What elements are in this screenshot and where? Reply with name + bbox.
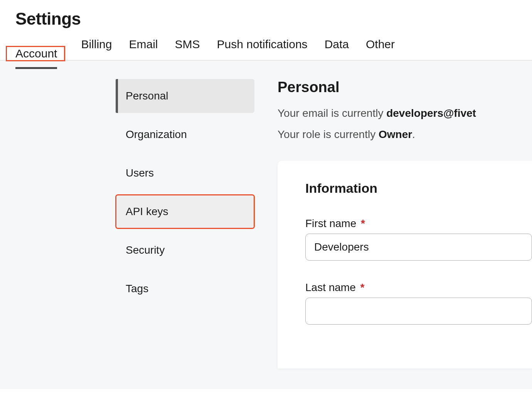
tab-push-notifications[interactable]: Push notifications <box>217 35 307 60</box>
email-line: Your email is currently developers@fivet <box>278 105 532 121</box>
role-line-suffix: . <box>412 128 415 140</box>
last-name-label-text: Last name <box>305 281 356 293</box>
tab-account-highlight: Account <box>7 47 64 60</box>
role-line: Your role is currently Owner. <box>278 126 532 143</box>
sidebar-item-organization[interactable]: Organization <box>116 118 254 152</box>
field-last-name: Last name * <box>305 281 532 325</box>
sidebar-item-api-keys[interactable]: API keys <box>116 195 254 229</box>
email-value: developers@fivet <box>386 107 476 119</box>
first-name-input[interactable] <box>305 234 532 261</box>
page-title: Settings <box>0 0 532 35</box>
section-heading: Personal <box>278 79 532 96</box>
email-line-prefix: Your email is currently <box>278 107 386 119</box>
tab-sms[interactable]: SMS <box>175 35 200 60</box>
sidebar-item-security[interactable]: Security <box>116 233 254 267</box>
tab-other[interactable]: Other <box>366 35 395 60</box>
tab-billing[interactable]: Billing <box>81 35 112 60</box>
sidebar-item-personal[interactable]: Personal <box>116 79 254 113</box>
role-value: Owner <box>379 128 412 140</box>
settings-tabs: Account Billing Email SMS Push notificat… <box>0 35 532 61</box>
required-asterisk-icon: * <box>360 281 365 293</box>
information-card: Information First name * Last name * <box>278 161 532 369</box>
sidebar-item-tags[interactable]: Tags <box>116 272 254 306</box>
first-name-label-text: First name <box>305 217 356 229</box>
last-name-label: Last name * <box>305 281 532 294</box>
tab-account[interactable]: Account <box>15 45 57 69</box>
first-name-label: First name * <box>305 217 532 230</box>
main-content: Personal Your email is currently develop… <box>254 61 532 389</box>
last-name-input[interactable] <box>305 298 532 325</box>
tab-email[interactable]: Email <box>129 35 158 60</box>
required-asterisk-icon: * <box>361 217 365 229</box>
card-title: Information <box>305 181 532 196</box>
role-line-prefix: Your role is currently <box>278 128 379 140</box>
account-sidebar: Personal Organization Users API keys Sec… <box>0 61 254 389</box>
tab-data[interactable]: Data <box>325 35 349 60</box>
field-first-name: First name * <box>305 217 532 261</box>
sidebar-item-users[interactable]: Users <box>116 156 254 190</box>
